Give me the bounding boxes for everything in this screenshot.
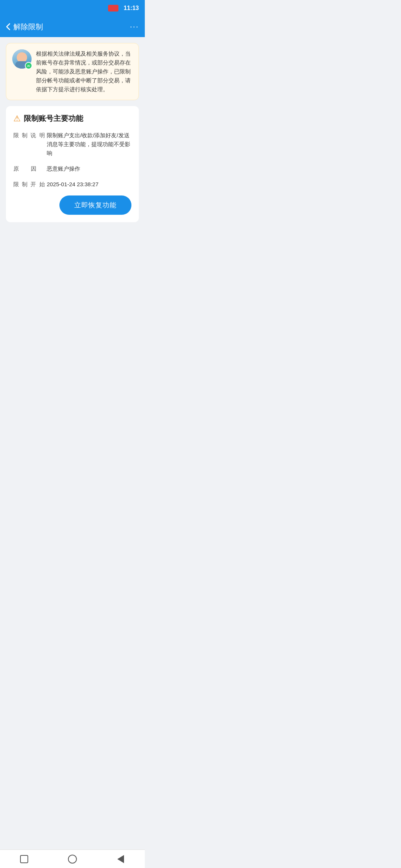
page-title: 解除限制 (13, 22, 130, 32)
notice-text: 根据相关法律法规及相关服务协议，当前账号存在异常情况，或部分交易存在风险，可能涉… (36, 49, 133, 94)
label-start-time: 限 制 开 始 (13, 180, 47, 189)
info-row-description: 限 制 说 明 限制账户支出/收款/添加好友/发送消息等主要功能，提现功能不受影… (13, 131, 131, 158)
content-area: Ai 根据相关法律法规及相关服务协议，当前账号存在异常情况，或部分交易存在风险，… (0, 37, 145, 295)
status-right: 11:13 (108, 5, 139, 11)
ai-badge-text: Ai (27, 64, 30, 68)
status-bar: 11:13 (0, 0, 145, 16)
info-row-start-time: 限 制 开 始 2025-01-24 23:38:27 (13, 180, 131, 189)
restore-button[interactable]: 立即恢复功能 (59, 195, 131, 215)
info-row-reason: 原 因 恶意账户操作 (13, 164, 131, 173)
ai-badge: Ai (25, 62, 32, 69)
card-title: ⚠ 限制账号主要功能 (13, 114, 131, 124)
main-card: ⚠ 限制账号主要功能 限 制 说 明 限制账户支出/收款/添加好友/发送消息等主… (6, 106, 139, 222)
avatar-container: Ai (12, 49, 32, 69)
status-time: 11:13 (124, 5, 139, 11)
nav-bar: 解除限制 ··· (0, 16, 145, 37)
back-button[interactable] (6, 23, 10, 30)
label-description: 限 制 说 明 (13, 131, 47, 140)
card-title-text: 限制账号主要功能 (24, 114, 83, 124)
label-reason: 原 因 (13, 164, 47, 173)
more-button[interactable]: ··· (130, 22, 139, 32)
value-description: 限制账户支出/收款/添加好友/发送消息等主要功能，提现功能不受影响 (47, 131, 131, 158)
value-start-time: 2025-01-24 23:38:27 (47, 180, 131, 189)
network-icon (108, 5, 118, 11)
value-reason: 恶意账户操作 (47, 164, 131, 173)
warning-icon: ⚠ (13, 114, 21, 124)
notice-card: Ai 根据相关法律法规及相关服务协议，当前账号存在异常情况，或部分交易存在风险，… (6, 43, 139, 100)
